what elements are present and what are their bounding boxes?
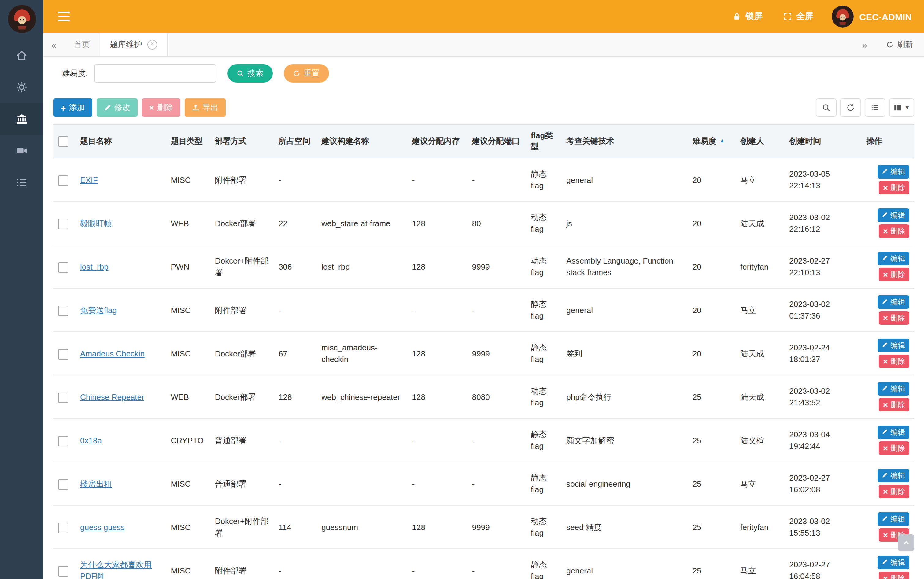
key-tech-cell: general	[561, 158, 688, 201]
lock-screen-label: 锁屏	[746, 11, 762, 22]
user-menu[interactable]: CEC-ADMIN	[832, 5, 912, 28]
question-name-link[interactable]: guess guess	[80, 522, 125, 532]
row-delete-button[interactable]: × 删除	[879, 311, 909, 325]
delete-button[interactable]: × 删除	[142, 98, 180, 117]
deploy-method-cell: Dokcer+附件部署	[210, 505, 274, 549]
created-time-cell: 2023-02-27 16:02:08	[784, 462, 861, 505]
row-delete-button[interactable]: × 删除	[879, 224, 909, 238]
user-avatar	[832, 5, 854, 28]
created-time-cell: 2023-03-02 15:55:13	[784, 505, 861, 549]
question-name-link[interactable]: 免费送flag	[80, 306, 117, 314]
question-name-link[interactable]: lost_rbp	[80, 262, 108, 271]
search-button[interactable]: 搜索	[227, 64, 272, 83]
key-tech-cell: 签到	[561, 332, 688, 375]
row-edit-button[interactable]: 编辑	[878, 295, 909, 309]
fullscreen-button[interactable]: 全屏	[783, 11, 813, 22]
pencil-icon	[882, 254, 888, 263]
question-name-link[interactable]: 毅眼盯帧	[80, 219, 112, 228]
sidebar-item-video[interactable]	[0, 134, 43, 166]
toolbar-refresh-button[interactable]	[840, 98, 861, 117]
reset-button[interactable]: 重置	[283, 64, 329, 83]
sidebar-item-home[interactable]	[0, 39, 43, 71]
row-edit-button[interactable]: 编辑	[878, 339, 909, 352]
table-row: 楼房出租 MISC 普通部署 - - - 静态flag social engin…	[53, 462, 914, 505]
refresh-tab-label: 刷新	[897, 39, 913, 50]
difficulty-input[interactable]	[94, 64, 216, 83]
row-checkbox[interactable]	[58, 349, 69, 359]
columns-icon	[893, 103, 902, 112]
row-checkbox[interactable]	[58, 219, 69, 229]
row-delete-button[interactable]: × 删除	[879, 442, 909, 455]
lock-screen-button[interactable]: 锁屏	[733, 11, 762, 22]
created-time-cell: 2023-03-02 01:37:36	[784, 288, 861, 332]
row-delete-button[interactable]: × 删除	[879, 485, 909, 498]
export-button[interactable]: 导出	[185, 98, 226, 117]
tabs-scroll-right-button[interactable]: »	[854, 33, 875, 56]
tab-question-bank[interactable]: 题库维护 ×	[100, 33, 168, 56]
add-button[interactable]: + 添加	[53, 98, 92, 117]
row-checkbox[interactable]	[58, 392, 69, 402]
creator-cell: 马立	[735, 462, 784, 505]
select-all-checkbox[interactable]	[58, 136, 69, 146]
flag-type-cell: 静态flag	[526, 419, 561, 462]
row-edit-button[interactable]: 编辑	[878, 512, 909, 526]
row-checkbox[interactable]	[58, 262, 69, 272]
created-time-cell: 2023-03-04 19:42:44	[784, 419, 861, 462]
question-type-cell: WEB	[166, 201, 210, 245]
col-header-name: 题目名称	[75, 124, 166, 158]
app-root: 锁屏 全屏 CEC	[0, 0, 924, 579]
app-logo[interactable]	[0, 0, 43, 39]
row-edit-button[interactable]: 编辑	[878, 382, 909, 396]
export-icon	[192, 104, 200, 111]
row-delete-button[interactable]: × 删除	[879, 268, 909, 281]
question-name-link[interactable]: 楼房出租	[80, 479, 112, 488]
row-edit-button[interactable]: 编辑	[878, 425, 909, 439]
row-checkbox[interactable]	[58, 175, 69, 186]
port-cell: 8080	[467, 375, 526, 419]
modify-button[interactable]: 修改	[96, 98, 137, 117]
row-edit-button[interactable]: 编辑	[878, 556, 909, 569]
sidebar-item-question-bank[interactable]	[0, 103, 43, 134]
pencil-icon	[882, 515, 888, 523]
hamburger-icon	[58, 12, 70, 13]
sidebar-item-list[interactable]	[0, 166, 43, 198]
port-cell: 9999	[467, 332, 526, 375]
row-delete-button[interactable]: × 删除	[879, 355, 909, 368]
question-name-link[interactable]: Chinese Repeater	[80, 392, 144, 401]
row-edit-button[interactable]: 编辑	[878, 165, 909, 178]
row-checkbox[interactable]	[58, 566, 69, 576]
row-checkbox[interactable]	[58, 436, 69, 446]
toolbar-columns-button[interactable]: ▼	[889, 98, 914, 117]
row-delete-button[interactable]: × 删除	[879, 572, 909, 579]
row-checkbox[interactable]	[58, 306, 69, 316]
row-checkbox[interactable]	[58, 479, 69, 489]
row-edit-button[interactable]: 编辑	[878, 208, 909, 222]
question-name-link[interactable]: EXIF	[80, 175, 98, 184]
question-name-link[interactable]: 为什么大家都喜欢用PDF啊	[80, 560, 152, 579]
toolbar-detail-view-button[interactable]	[865, 98, 885, 117]
row-checkbox[interactable]	[58, 522, 69, 533]
toolbar-search-button[interactable]	[816, 98, 837, 117]
sidebar-toggle-button[interactable]	[56, 8, 72, 25]
scroll-to-top-button[interactable]	[898, 534, 914, 551]
close-tab-icon[interactable]: ×	[147, 40, 157, 49]
pencil-icon	[882, 384, 888, 393]
row-edit-button[interactable]: 编辑	[878, 469, 909, 483]
x-icon: ×	[883, 575, 888, 579]
refresh-tab-button[interactable]: 刷新	[875, 33, 924, 56]
tabs-scroll-left-button[interactable]: «	[43, 33, 64, 56]
col-header-difficulty[interactable]: 难易度▲	[688, 124, 735, 158]
row-delete-button[interactable]: × 删除	[879, 181, 909, 195]
question-name-link[interactable]: Amadeus Checkin	[80, 349, 145, 358]
col-header-port: 建议分配端口	[467, 124, 526, 158]
row-edit-button[interactable]: 编辑	[878, 252, 909, 265]
question-name-link[interactable]: 0x18a	[80, 436, 102, 445]
tab-home[interactable]: 首页	[64, 33, 100, 56]
creator-cell: 马立	[735, 158, 784, 201]
pencil-icon	[882, 558, 888, 567]
col-header-memory: 建议分配内存	[407, 124, 467, 158]
sidebar-item-settings[interactable]	[0, 71, 43, 103]
creator-cell: ferityfan	[735, 245, 784, 288]
row-delete-button[interactable]: × 删除	[879, 398, 909, 412]
pencil-icon	[882, 428, 888, 437]
